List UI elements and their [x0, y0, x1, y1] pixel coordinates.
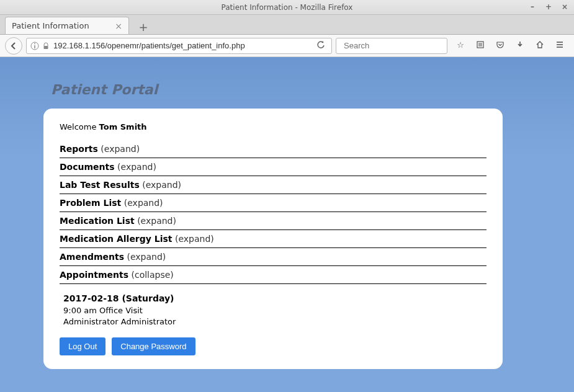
section-toggle: (expand)	[142, 180, 181, 190]
appointment-date: 2017-02-18 (Saturday)	[63, 293, 487, 305]
appointment-provider: Administrator Administrator	[63, 316, 487, 327]
section-title: Problem List	[60, 198, 121, 208]
pocket-icon[interactable]	[495, 40, 506, 51]
permissions-icon	[42, 42, 50, 50]
search-input[interactable]	[344, 41, 448, 50]
patient-card: Welcome Tom Smith Reports (expand) Docum…	[43, 109, 503, 369]
section-title: Amendments	[60, 252, 124, 262]
url-input[interactable]	[53, 41, 310, 50]
bookmark-star-icon[interactable]: ☆	[455, 40, 466, 51]
section-title: Lab Test Results	[60, 180, 140, 190]
section-toggle: (expand)	[137, 216, 176, 226]
section-title: Medication Allergy List	[60, 234, 173, 244]
svg-point-2	[34, 43, 35, 44]
section-documents[interactable]: Documents (expand)	[60, 158, 487, 176]
back-button[interactable]	[5, 37, 22, 55]
downloads-icon[interactable]	[514, 40, 526, 51]
section-toggle: (expand)	[117, 162, 156, 172]
section-title: Medication List	[60, 216, 135, 226]
reload-button[interactable]	[314, 40, 328, 51]
section-title: Appointments	[60, 270, 128, 280]
maximize-button[interactable]: +	[543, 1, 554, 12]
section-title: Documents	[60, 162, 115, 172]
portal-title: Patient Portal	[51, 82, 543, 97]
url-bar[interactable]	[26, 38, 332, 54]
window-titlebar: Patient Information - Mozilla Firefox – …	[0, 0, 574, 15]
search-bar[interactable]	[336, 38, 447, 54]
appointments-body: 2017-02-18 (Saturday) 9:00 am Office Vis…	[60, 284, 487, 336]
toolbar-icons: ☆	[451, 40, 569, 51]
new-tab-button[interactable]: +	[135, 19, 151, 34]
svg-rect-3	[44, 46, 48, 49]
logout-button[interactable]: Log Out	[60, 337, 105, 355]
welcome-prefix: Welcome	[60, 122, 99, 131]
reader-view-icon[interactable]	[475, 40, 486, 51]
nav-toolbar: ☆	[0, 35, 574, 57]
section-title: Reports	[60, 144, 98, 154]
section-appointments[interactable]: Appointments (collapse)	[60, 266, 487, 284]
section-toggle: (expand)	[124, 198, 163, 208]
change-password-button[interactable]: Change Password	[112, 337, 195, 355]
close-tab-icon[interactable]: ×	[115, 21, 122, 31]
tab-strip: Patient Information × +	[0, 15, 574, 35]
section-medication-allergy-list[interactable]: Medication Allergy List (expand)	[60, 230, 487, 248]
section-toggle: (expand)	[127, 252, 166, 262]
section-problem-list[interactable]: Problem List (expand)	[60, 194, 487, 212]
section-amendments[interactable]: Amendments (expand)	[60, 248, 487, 266]
section-toggle: (expand)	[101, 144, 140, 154]
section-toggle: (expand)	[175, 234, 214, 244]
welcome-text: Welcome Tom Smith	[60, 122, 487, 131]
browser-tab[interactable]: Patient Information ×	[5, 17, 129, 34]
appointment-time-type: 9:00 am Office Visit	[63, 305, 487, 316]
section-reports[interactable]: Reports (expand)	[60, 140, 487, 158]
tab-title: Patient Information	[12, 21, 89, 30]
close-window-button[interactable]: ×	[559, 1, 570, 12]
welcome-name: Tom Smith	[99, 122, 147, 131]
section-medication-list[interactable]: Medication List (expand)	[60, 212, 487, 230]
action-buttons: Log Out Change Password	[60, 337, 487, 355]
minimize-button[interactable]: –	[527, 1, 538, 12]
menu-icon[interactable]	[554, 40, 565, 51]
back-arrow-icon	[9, 42, 18, 50]
info-icon	[30, 42, 39, 50]
page-viewport: Patient Portal Welcome Tom Smith Reports…	[0, 57, 574, 392]
home-icon[interactable]	[534, 40, 545, 51]
section-lab-test-results[interactable]: Lab Test Results (expand)	[60, 176, 487, 194]
window-title: Patient Information - Mozilla Firefox	[222, 3, 353, 12]
section-toggle: (collapse)	[131, 270, 173, 280]
reload-icon	[316, 40, 325, 49]
site-identity[interactable]	[30, 42, 50, 50]
window-controls: – + ×	[527, 1, 570, 12]
